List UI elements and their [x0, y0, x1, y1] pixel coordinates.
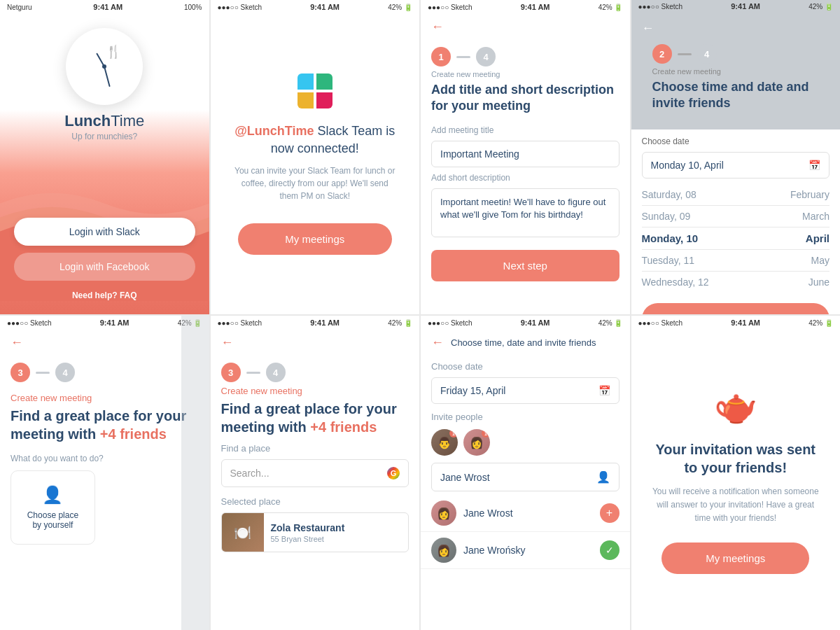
date-row-0[interactable]: Saturday, 08 February [631, 184, 841, 205]
date-input-row[interactable]: Friday 15, April 📅 [431, 377, 620, 404]
add-person-button-0[interactable]: + [600, 503, 620, 523]
time-3: 9:41 AM [521, 3, 550, 11]
status-bar-6: ●●●○○ Sketch 9:41 AM 42% 🔋 [211, 316, 420, 330]
desc-field-label: Add short description [421, 169, 630, 186]
notification-dot-2: 1 [482, 429, 490, 438]
clock-center [102, 64, 106, 69]
step-3b: 3 [221, 363, 241, 382]
login-area: Login with Slack Login with Facebook Nee… [0, 218, 209, 314]
carrier-4: ●●●○○ Sketch [638, 3, 683, 10]
date-row-4[interactable]: Wednesday, 12 June [631, 272, 841, 293]
carrier-8: ●●●○○ Sketch [638, 319, 683, 327]
slack-red [316, 92, 332, 108]
my-meetings-button-2[interactable]: My meetings [238, 223, 392, 255]
my-meetings-button-8[interactable]: My meetings [662, 542, 809, 574]
avatar-2: 👩 1 [463, 429, 490, 456]
meeting-title-input[interactable]: Important Meeting [431, 141, 620, 167]
title-field-label: Add meeting title [421, 122, 630, 139]
screen-add-title: ●●●○○ Sketch 9:41 AM 42% 🔋 ← 1 4 Create … [421, 0, 630, 314]
step-1: 1 [431, 47, 451, 66]
place-name: Zola Restaurant [271, 522, 345, 533]
choose-yourself-option[interactable]: 👤 Choose place by yourself [10, 470, 95, 545]
time-5: 9:41 AM [100, 318, 130, 327]
back-arrow-3[interactable]: ← [431, 20, 444, 34]
faq-link[interactable]: FAQ [120, 290, 137, 300]
battery-2: 42% 🔋 [388, 4, 412, 11]
step-2: 2 [652, 44, 672, 64]
date-value-7: Friday 15, April [440, 385, 505, 396]
slack-yellow [298, 92, 314, 108]
check-person-button-1[interactable]: ✓ [600, 540, 620, 560]
invitation-sent-content: 🫖 Your invitation was sent to your frien… [631, 330, 841, 630]
create-meeting-label-4: Create new meeting [642, 67, 830, 76]
choose-yourself-label: Choose place by yourself [22, 510, 84, 530]
date-row-2[interactable]: Monday, 10 April [631, 227, 841, 249]
back-arrow-5[interactable]: ← [10, 335, 23, 350]
step-title-5: Find a great place for your meeting with… [10, 407, 199, 443]
search-box[interactable]: Search... G [221, 459, 410, 487]
date-row-3[interactable]: Tuesday, 11 May [631, 250, 841, 271]
status-bar-5: ●●●○○ Sketch 9:41 AM 42% 🔋 [0, 316, 209, 330]
place-card[interactable]: 🍽️ Zola Restaurant 55 Bryan Street [221, 512, 410, 552]
place-info: Zola Restaurant 55 Bryan Street [264, 517, 352, 549]
date-picker: Saturday, 08 February Sunday, 09 March M… [631, 181, 841, 296]
connected-subtitle: You can invite your Slack Team for lunch… [225, 164, 406, 202]
login-slack-button[interactable]: Login with Slack [14, 218, 195, 246]
step-title-6: Find a great place for your meeting with… [221, 400, 410, 436]
find-place-content: Create new meeting Find a great place fo… [0, 386, 209, 630]
nav-bar-3: ← [421, 14, 630, 40]
search-person-row[interactable]: Jane Wrost 👤 [431, 463, 620, 491]
person-avatar-0: 👩 [431, 500, 456, 526]
place-options: 👤 Choose place by yourself [10, 470, 199, 545]
battery-1: 100% [184, 4, 202, 11]
invitation-subtitle: You will receive a notification when som… [649, 485, 823, 526]
status-bar-2: ●●●○○ Sketch 9:41 AM 42% 🔋 [211, 0, 420, 14]
step-4: 4 [476, 47, 496, 66]
clock-area: 🍴 LunchTime Up for munchies? [0, 14, 209, 148]
invite-people-label: Invite people [421, 406, 630, 426]
month-4: June [808, 276, 830, 288]
choose-date-label-7: Choose date [421, 356, 630, 375]
google-logo: G [387, 467, 400, 479]
choose-date-label: Choose date [631, 130, 841, 150]
date-top-section: ← 2 4 Create new meeting Choose time and… [631, 13, 841, 130]
step-indicators-5: 3 4 [0, 356, 209, 386]
meeting-desc-input[interactable]: Important meetin! We'll have to figure o… [431, 188, 620, 237]
notification-dot-1: 1 [449, 429, 458, 438]
slack-handle: @LunchTime [234, 124, 314, 138]
clock: 🍴 [66, 28, 143, 105]
nav-bar-6: ← [211, 330, 420, 356]
month-3: May [811, 255, 830, 266]
step-title-3: Add title and short description for your… [421, 78, 630, 122]
step-4c: 4 [55, 363, 75, 382]
side-peek [181, 316, 209, 630]
date-value: Monday 10, April [651, 160, 724, 171]
time-1: 9:41 AM [93, 3, 122, 11]
step-connector-6 [246, 372, 260, 374]
place-thumbnail: 🍽️ [222, 513, 264, 552]
help-text: Need help? [72, 290, 118, 300]
done-button[interactable]: Done [642, 303, 830, 314]
carrier-1: Netguru [7, 4, 32, 11]
minute-hand [104, 66, 111, 87]
create-meeting-label-6: Create new meeting [221, 386, 410, 396]
back-arrow-7[interactable]: ← [431, 335, 444, 350]
back-arrow-4[interactable]: ← [642, 21, 654, 36]
next-step-button[interactable]: Next step [431, 250, 620, 281]
invitation-title: Your invitation was sent to your friends… [649, 440, 823, 477]
screen-choose-date: ●●●○○ Sketch 9:41 AM 42% 🔋 ← 2 4 Create … [631, 0, 841, 314]
day-4: Wednesday, 12 [642, 276, 808, 288]
step-title-4: Choose time and date and invite friends [642, 76, 830, 119]
back-arrow-6[interactable]: ← [221, 335, 234, 350]
faq-text: Need help? FAQ [72, 290, 137, 300]
login-facebook-button[interactable]: Login with Facebook [14, 253, 195, 281]
find-place-header: Create new meeting Find a great place fo… [211, 386, 420, 436]
month-0: February [790, 189, 830, 200]
person-search-icon: 👤 [596, 470, 610, 484]
nav-bar-4: ← [642, 20, 830, 37]
date-row-1[interactable]: Sunday, 09 March [631, 206, 841, 227]
person-name-0: Jane Wrost [463, 507, 593, 519]
date-display[interactable]: Monday 10, April 📅 [642, 152, 830, 178]
carrier-6: ●●●○○ Sketch [218, 319, 262, 327]
step-connector-5 [36, 372, 50, 374]
